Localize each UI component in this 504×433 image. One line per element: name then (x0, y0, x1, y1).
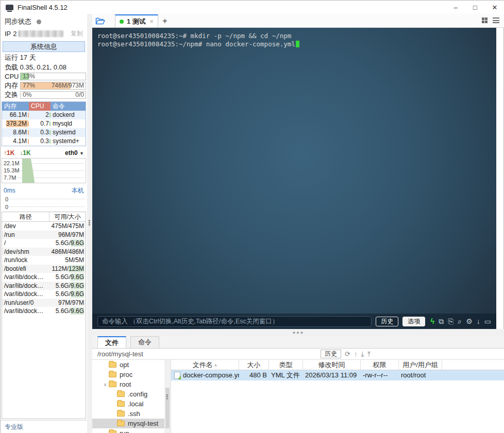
process-cmd: mysqld (51, 119, 86, 128)
up-icon[interactable]: ↑ (354, 350, 358, 358)
tree-item-config[interactable]: .config (92, 389, 164, 399)
tree-splitter[interactable]: ●●● (164, 360, 171, 433)
disk-column-header[interactable]: 路径 (2, 212, 49, 221)
folder-icon (117, 411, 125, 417)
tree-item-root[interactable]: ∨root (92, 379, 164, 389)
disk-row[interactable]: /run96M/97M (2, 231, 86, 239)
disk-row[interactable]: /var/lib/docker/r...5.6G/9.6G (2, 273, 86, 282)
file-column-header[interactable]: 类型 (269, 360, 303, 370)
cmdbar-icons: ϟ⧉⎘⌕⚙↓▭ (430, 318, 491, 325)
sidebar-splitter[interactable]: ●●● (87, 14, 92, 433)
layout-grid-icon[interactable] (482, 18, 488, 23)
titlebar: FinalShell 4.5.12 – □ ✕ (1, 1, 504, 14)
terminal-options-button[interactable]: 选项 (402, 317, 425, 326)
open-connections-button[interactable] (92, 14, 108, 27)
path-history-button[interactable]: 历史 (321, 350, 341, 358)
disk-row[interactable]: /run/user/097M/97M (2, 299, 86, 307)
sort-asc-icon: ˄ (214, 363, 217, 368)
system-info-button[interactable]: 系统信息 (3, 41, 85, 52)
command-input[interactable] (97, 316, 372, 327)
process-column-header[interactable]: CPU (29, 102, 51, 111)
file-size: 480 B (239, 370, 269, 380)
disk-row[interactable]: /dev475M/475M (2, 222, 86, 231)
gear-icon[interactable]: ⚙ (466, 318, 473, 325)
file-row[interactable]: docker-compose.yml480 BYML 文件2026/03/13 … (171, 370, 504, 380)
search-icon[interactable]: ⌕ (458, 318, 462, 325)
file-column-header[interactable]: 文件名˄ (171, 360, 239, 370)
disk-row[interactable]: /var/lib/docker/r...5.6G/9.6G (2, 307, 86, 316)
interface-selector[interactable]: eth0 ▼ (65, 149, 84, 157)
disk-row[interactable]: /run/lock5M/5M (2, 256, 86, 265)
terminal-history-button[interactable]: 历史 (376, 317, 398, 326)
ping-header: 0ms 本机 (1, 186, 87, 195)
download-icon[interactable]: ⤓ (361, 350, 364, 358)
disk-total: 123M (69, 265, 84, 272)
tree-item-mysql-test[interactable]: mysql-test (92, 419, 164, 428)
process-column-header[interactable]: 内存 (2, 102, 29, 111)
disk-row[interactable]: /var/lib/docker/r...5.6G/9.6G (2, 282, 86, 290)
main-area: 1 测试 × + root@ser435010084235:~# mkdir -… (92, 14, 504, 433)
ping-latency: 0ms (4, 187, 15, 194)
disk-row[interactable]: /boot/efi112M/123M (2, 265, 86, 273)
file-column-header[interactable]: 权限 (361, 360, 399, 370)
tree-item-label: root (120, 380, 131, 388)
ping-host[interactable]: 本机 (72, 186, 84, 195)
tree-item-proc[interactable]: proc (92, 370, 164, 379)
window-icon[interactable]: ▭ (484, 318, 491, 325)
tree-item-label: run (120, 429, 129, 433)
panel-tab-files[interactable]: 文件 (97, 336, 126, 348)
disk-row[interactable]: /var/lib/docker/r...5.6G/9.6G (2, 290, 86, 299)
disk-column-header[interactable]: 可用/大小 (49, 212, 86, 221)
tree-item-local[interactable]: .local (92, 399, 164, 409)
network-gridline: 15.3M (2, 167, 86, 174)
disk-path: /var/lib/docker/r... (2, 290, 44, 299)
close-button[interactable]: ✕ (485, 1, 504, 14)
disk-table[interactable]: 路径可用/大小 /dev475M/475M/run96M/97M/5.6G/9.… (2, 212, 86, 419)
panel-tab-commands[interactable]: 命令 (130, 336, 159, 348)
terminal[interactable]: root@ser435010084235:~# mkdir -p ~/npm &… (92, 28, 496, 329)
upload-icon[interactable]: ⤒ (367, 350, 371, 358)
new-tab-button[interactable]: + (158, 14, 172, 27)
process-row[interactable]: 378.2M0.7mysqld (2, 119, 86, 128)
meter-detail: 0/0 (75, 92, 84, 98)
copy-ip-button[interactable]: 复制 (71, 29, 83, 38)
tree-item-ssh[interactable]: .ssh (92, 409, 164, 419)
disk-row[interactable]: /dev/shm486M/486M (2, 248, 86, 256)
process-mem: 4.1M (2, 137, 29, 146)
expander-open-icon[interactable]: ∨ (103, 382, 108, 387)
file-column-header[interactable]: 大小 (239, 360, 269, 370)
tree-item-run[interactable]: run (92, 428, 164, 433)
minimize-button[interactable]: – (446, 1, 465, 14)
maximize-button[interactable]: □ (465, 1, 485, 14)
app-icon (6, 5, 13, 10)
panel-splitter[interactable]: ●●● (92, 329, 504, 336)
process-row[interactable]: 4.1M0.3systemd+ (2, 137, 86, 146)
file-column-header[interactable]: 修改时间 (303, 360, 361, 370)
network-graph: 22.1M15.3M7.7M (2, 158, 86, 183)
session-tab[interactable]: 1 测试 × (115, 14, 158, 27)
paste-icon[interactable]: ⎘ (448, 318, 453, 325)
meter-value: 77% (23, 82, 35, 89)
resource-meter: CPU13% (1, 72, 87, 81)
menu-icon[interactable] (493, 18, 499, 23)
download-icon[interactable]: ↓ (477, 318, 480, 325)
current-path[interactable]: /root/mysql-test (97, 350, 143, 358)
folder-icon (117, 401, 125, 407)
disk-row[interactable]: /5.6G/9.6G (2, 239, 86, 248)
process-row[interactable]: 8.6M0.3systemd (2, 128, 86, 137)
refresh-icon[interactable]: ⟳ (345, 350, 350, 358)
file-column-header[interactable]: 用户/用户组 (399, 360, 442, 370)
lightning-icon[interactable]: ϟ (430, 318, 434, 325)
disk-path: /var/lib/docker/r... (2, 273, 44, 282)
process-table[interactable]: 内存CPU命令 66.1M2dockerd378.2M0.7mysqld8.6M… (2, 101, 86, 146)
network-ytick: 22.1M (4, 160, 20, 166)
copy-icon[interactable]: ⧉ (439, 318, 444, 325)
meter-bar: 0%0/0 (20, 91, 86, 99)
process-column-header[interactable]: 命令 (51, 102, 86, 111)
process-row[interactable]: 66.1M2dockerd (2, 111, 86, 119)
ip-censored (18, 30, 63, 37)
tab-close-icon[interactable]: × (150, 18, 154, 25)
tree-item-label: proc (120, 371, 132, 378)
path-bar-icons: ⟳↑⤓⤒ (345, 350, 371, 358)
tree-item-opt[interactable]: opt (92, 360, 164, 370)
